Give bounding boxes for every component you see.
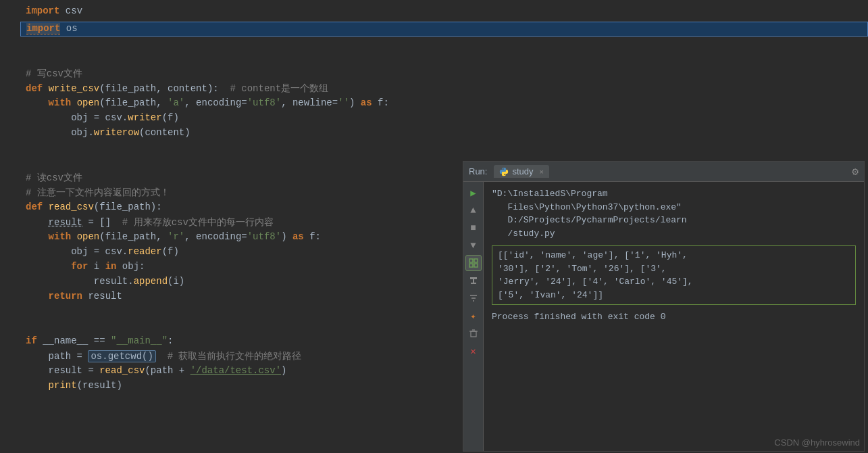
trash-icon: [469, 329, 478, 338]
code-line-8: obj = csv.writer(f): [0, 112, 868, 127]
run-toolbar: ▶ ▲ ■ ▼: [463, 182, 484, 451]
csdn-watermark: CSDN @hyhrosewind: [774, 437, 860, 448]
filter-icon: [469, 293, 478, 303]
code-line-6: def write_csv(file_path, content): # con…: [0, 82, 868, 97]
svg-rect-3: [474, 264, 478, 267]
run-trash-button[interactable]: [465, 325, 482, 341]
code-line-9: obj.writerow(content): [0, 127, 868, 142]
run-magic-button[interactable]: ✦: [465, 308, 482, 324]
output-path: "D:\InstalledS\Program Files\Python\Pyth…: [492, 187, 856, 240]
keyword: import: [26, 5, 59, 16]
output-data: [['id', 'name', 'age'], ['1', 'Hyh', '30…: [492, 245, 856, 305]
code-line-5: # 写csv文件: [0, 68, 868, 82]
run-tab[interactable]: study ×: [494, 165, 549, 178]
output-exit: Process finished with exit code 0: [492, 310, 856, 324]
code-line-3: [0, 38, 868, 53]
run-pin-button[interactable]: [465, 272, 482, 289]
rerun-icon: [469, 258, 478, 268]
run-play-button[interactable]: ▶: [465, 185, 482, 201]
code-line-10: [0, 142, 868, 157]
svg-rect-2: [469, 264, 473, 267]
run-output: "D:\InstalledS\Program Files\Python\Pyth…: [484, 182, 864, 451]
run-filter-button[interactable]: [465, 290, 482, 306]
run-terminate-button[interactable]: ✕: [465, 343, 482, 359]
code-line-7: with open(file_path, 'a', encoding='utf8…: [0, 97, 868, 112]
run-stop-button[interactable]: ■: [465, 220, 482, 236]
svg-rect-7: [471, 331, 476, 337]
run-down-button[interactable]: ▼: [465, 237, 482, 254]
svg-rect-4: [470, 277, 477, 279]
svg-rect-6: [471, 283, 476, 284]
run-up-button[interactable]: ▲: [465, 202, 482, 218]
code-line-1: import csv: [0, 5, 868, 20]
run-body: ▶ ▲ ■ ▼: [463, 182, 864, 451]
run-tab-label: study: [512, 166, 533, 176]
getcwd-highlight: os.getcwd(): [88, 350, 155, 362]
run-rerun-button[interactable]: [465, 255, 482, 271]
gear-icon[interactable]: ⚙: [852, 165, 859, 178]
code-line-4: [0, 53, 868, 68]
pin-icon: [469, 276, 478, 285]
run-panel: Run: study × ⚙ ▶ ▲ ■ ▼: [463, 161, 865, 452]
svg-rect-0: [469, 259, 473, 262]
run-panel-header: Run: study × ⚙: [463, 162, 864, 182]
keyword-import: import: [26, 23, 60, 34]
run-label: Run:: [469, 166, 487, 176]
svg-rect-5: [473, 279, 474, 283]
svg-rect-1: [474, 259, 478, 262]
python-icon: [499, 167, 509, 176]
run-close-button[interactable]: ×: [540, 168, 544, 176]
code-line-2: import os: [20, 22, 868, 37]
